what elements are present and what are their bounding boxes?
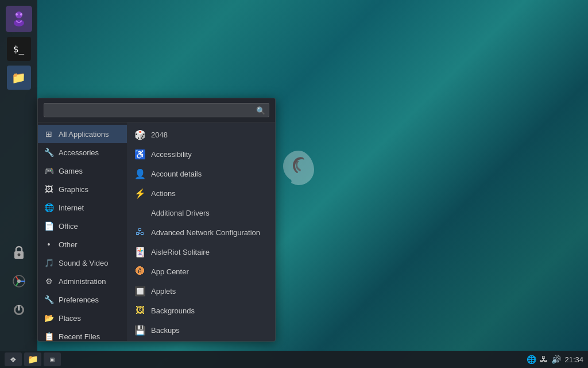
svg-point-7 — [17, 279, 21, 283]
app-icon-additional-drivers — [134, 206, 146, 219]
search-input[interactable] — [44, 103, 269, 117]
file-manager-icon[interactable]: 📁 — [7, 66, 31, 90]
app-icon-actions: ⚡ — [134, 187, 146, 200]
app-label-applets: Applets — [151, 287, 176, 296]
app-icon-app-center: 🅐 — [134, 265, 146, 278]
cat-icon-internet: 🌐 — [44, 202, 54, 213]
app-finder-button[interactable]: ❖ — [5, 352, 22, 366]
network-icon: 🌐 — [527, 355, 536, 364]
cat-icon-other: • — [44, 239, 54, 250]
category-item-sound-video[interactable]: 🎵Sound & Video — [38, 254, 127, 272]
cat-icon-accessories: 🔧 — [44, 147, 54, 158]
cat-icon-office: 📄 — [44, 221, 54, 231]
menu-categories: ⊞All Applications🔧Accessories🎮Games🖼Grap… — [38, 122, 127, 341]
app-icon-2048: 🎲 — [134, 128, 146, 141]
cat-icon-sound-video: 🎵 — [44, 258, 54, 268]
cat-label-accessories: Accessories — [59, 148, 99, 157]
app-label-account-details: Account details — [151, 170, 202, 178]
app-label-actions: Actions — [151, 189, 176, 198]
taskbar-bottom-icons — [0, 240, 37, 322]
app-item-actions[interactable]: ⚡Actions — [127, 183, 275, 203]
app-icon-account-details: 👤 — [134, 167, 146, 180]
app-label-accessibility: Accessibility — [151, 150, 192, 159]
app-label-2048: 2048 — [151, 131, 168, 139]
menu-search-bar: 🔍 — [38, 98, 275, 122]
file-manager-bottom[interactable]: 📁 — [24, 352, 41, 366]
cat-label-recent-files: Recent Files — [59, 332, 100, 341]
cat-icon-preferences: 🔧 — [44, 294, 54, 305]
cat-icon-recent-files: 📋 — [44, 331, 54, 341]
cat-label-all: All Applications — [59, 130, 109, 139]
cat-label-sound-video: Sound & Video — [59, 259, 109, 267]
category-item-games[interactable]: 🎮Games — [38, 162, 127, 180]
cat-icon-administration: ⚙ — [44, 276, 54, 286]
app-menu: 🔍 ⊞All Applications🔧Accessories🎮Games🖼Gr… — [37, 98, 276, 342]
taskbar-bottom: ❖ 📁 ▣ 🌐 🖧 🔊 21:34 — [0, 351, 588, 368]
app-label-additional-drivers: Additional Drivers — [151, 209, 210, 217]
app-item-backups[interactable]: 💾Backups — [127, 320, 275, 340]
category-item-recent-files[interactable]: 📋Recent Files — [38, 327, 127, 341]
google-icon[interactable] — [7, 269, 31, 293]
app-icon-backgrounds: 🖼 — [134, 304, 146, 317]
app-item-additional-drivers[interactable]: Additional Drivers — [127, 203, 275, 223]
lock-icon[interactable] — [7, 240, 31, 264]
app-item-app-center[interactable]: 🅐App Center — [127, 262, 275, 281]
app-icon-aisleriot: 🃏 — [134, 246, 146, 258]
taskbar-bottom-right: 🌐 🖧 🔊 21:34 — [527, 355, 583, 364]
app-item-applets[interactable]: 🔲Applets — [127, 281, 275, 301]
svg-point-3 — [20, 13, 22, 16]
menu-apps-list: 🎲2048♿Accessibility👤Account details⚡Acti… — [127, 122, 275, 341]
whisker-menu-icon[interactable] — [6, 6, 32, 32]
taskbar-left: $_ 📁 — [0, 0, 37, 351]
cat-label-other: Other — [59, 240, 78, 249]
cat-label-internet: Internet — [59, 204, 84, 212]
category-item-accessories[interactable]: 🔧Accessories — [38, 143, 127, 162]
cat-icon-places: 📂 — [44, 313, 54, 323]
taskbar-bottom-left: ❖ 📁 ▣ — [5, 352, 61, 366]
clock: 21:34 — [564, 355, 583, 364]
cat-label-games: Games — [59, 167, 83, 175]
app-item-bluetooth-manager[interactable]: 🔵Bluetooth Manager — [127, 340, 275, 341]
category-item-graphics[interactable]: 🖼Graphics — [38, 180, 127, 198]
cat-label-preferences: Preferences — [59, 296, 99, 304]
terminal-bottom[interactable]: ▣ — [44, 352, 61, 366]
app-item-2048[interactable]: 🎲2048 — [127, 125, 275, 144]
category-item-office[interactable]: 📄Office — [38, 217, 127, 235]
menu-body: ⊞All Applications🔧Accessories🎮Games🖼Grap… — [38, 122, 275, 341]
svg-point-5 — [17, 254, 20, 256]
app-label-backgrounds: Backgrounds — [151, 306, 195, 315]
desktop: $_ 📁 — [0, 0, 588, 368]
terminal-icon[interactable]: $_ — [7, 37, 31, 61]
app-item-accessibility[interactable]: ♿Accessibility — [127, 144, 275, 164]
app-item-advanced-network[interactable]: 🖧Advanced Network Configuration — [127, 223, 275, 242]
cat-label-office: Office — [59, 222, 78, 231]
app-icon-advanced-network: 🖧 — [134, 226, 146, 239]
category-item-internet[interactable]: 🌐Internet — [38, 198, 127, 217]
category-item-administration[interactable]: ⚙Administration — [38, 272, 127, 290]
power-icon[interactable] — [7, 298, 31, 322]
category-item-preferences[interactable]: 🔧Preferences — [38, 290, 127, 309]
app-label-aisleriot: AisleRiot Solitaire — [151, 248, 210, 256]
app-label-app-center: App Center — [151, 267, 189, 276]
sound-icon: 🔊 — [551, 355, 561, 364]
cat-icon-graphics: 🖼 — [44, 184, 54, 194]
network-icon2: 🖧 — [540, 355, 548, 364]
svg-point-1 — [14, 20, 24, 26]
app-label-backups: Backups — [151, 326, 180, 335]
category-item-all[interactable]: ⊞All Applications — [38, 125, 127, 143]
cat-label-places: Places — [59, 314, 81, 323]
category-item-places[interactable]: 📂Places — [38, 309, 127, 327]
cat-icon-all: ⊞ — [44, 129, 54, 139]
debian-logo — [281, 150, 316, 190]
search-icon: 🔍 — [256, 106, 265, 114]
app-icon-backups: 💾 — [134, 324, 146, 336]
app-item-backgrounds[interactable]: 🖼Backgrounds — [127, 301, 275, 320]
cat-label-administration: Administration — [59, 277, 106, 286]
cat-icon-games: 🎮 — [44, 166, 54, 176]
app-item-aisleriot[interactable]: 🃏AisleRiot Solitaire — [127, 242, 275, 262]
app-item-account-details[interactable]: 👤Account details — [127, 164, 275, 183]
category-item-other[interactable]: •Other — [38, 235, 127, 254]
app-label-advanced-network: Advanced Network Configuration — [151, 228, 260, 237]
cat-label-graphics: Graphics — [59, 185, 88, 194]
svg-point-2 — [16, 13, 18, 16]
